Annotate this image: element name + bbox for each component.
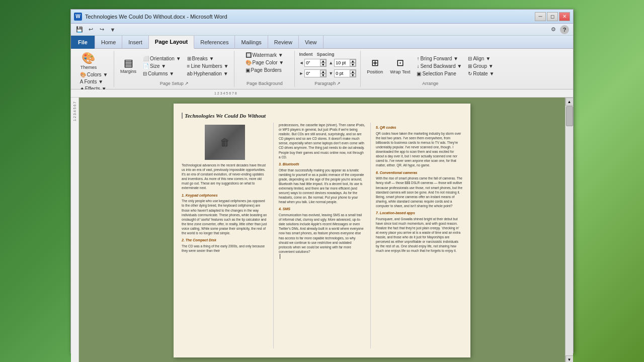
tab-review[interactable]: Review — [268, 36, 299, 49]
page-borders-button[interactable]: ▣ Page Borders — [244, 67, 286, 73]
column-divider-1 — [273, 123, 274, 348]
save-button[interactable]: 💾 — [75, 25, 84, 34]
indent-right-field-row: ► 0" ▲ ▼ — [299, 69, 327, 78]
section6-heading: 6. Conventional cameras — [376, 170, 462, 175]
breaks-button[interactable]: ⊞ Breaks ▼ — [186, 55, 230, 62]
tab-page-layout[interactable]: Page Layout — [149, 36, 194, 49]
paragraph-label[interactable]: Paragraph ↗ — [314, 81, 341, 87]
bring-forward-icon: ↑ — [417, 56, 419, 61]
section7-heading: 7. Location-based apps — [376, 211, 462, 216]
section6-text: With the rise of smart phones came the f… — [376, 176, 462, 208]
scroll-down-button[interactable]: ▼ — [566, 355, 574, 362]
bring-forward-button[interactable]: ↑ Bring Forward ▼ — [415, 55, 463, 62]
customize-qat-button[interactable]: ▼ — [108, 25, 117, 34]
ribbon-tab-bar: File Home Insert Page Layout References … — [71, 36, 573, 49]
position-icon: ⊞ — [371, 57, 379, 68]
group-button[interactable]: ⊞ Group ▼ — [466, 63, 496, 69]
vertical-ruler: 1 2 3 4 5 6 7 — [71, 98, 79, 362]
page-color-button[interactable]: 🎨 Page Color ▼ — [244, 59, 286, 66]
page-background-group: 🔲 Watermark ▼ 🎨 Page Color ▼ ▣ Page Bord… — [234, 51, 295, 87]
horizontal-ruler: 1 2 3 4 5 6 7 8 — [71, 89, 573, 98]
tab-home[interactable]: Home — [95, 36, 122, 49]
colors-button[interactable]: 🎨 Colors ▼ — [78, 71, 110, 78]
spacing-label: Spacing — [316, 52, 334, 57]
spacing-before-input[interactable]: 10 pt ▲ ▼ — [334, 59, 356, 67]
fonts-button[interactable]: A Fonts ▼ — [78, 78, 110, 85]
scroll-up-button[interactable]: ▲ — [566, 98, 574, 106]
section2-heading: 2. The Compact Disk — [182, 238, 268, 243]
section1-heading: 1. Keypad cellphones — [182, 193, 268, 198]
spacing-before-down-spin[interactable]: ▼ — [350, 63, 356, 66]
tab-file[interactable]: File — [71, 36, 95, 49]
undo-button[interactable]: ↩ — [86, 25, 95, 34]
breaks-icon: ⊞ — [187, 56, 191, 61]
page-setup-label[interactable]: Page Setup ↗ — [160, 81, 189, 87]
line-numbers-button[interactable]: ≡ Line Numbers ▼ — [186, 63, 230, 69]
hyphenation-button[interactable]: ab Hyphenation ▼ — [186, 70, 230, 77]
document-canvas[interactable]: Technologies We Could Do Without 🗑 Techn… — [79, 98, 565, 362]
page-setup-group: ▤ Margins ⬜ Orientation ▼ 📄 Size ▼ — [114, 51, 234, 87]
spacing-after-down-spin[interactable]: ▼ — [350, 73, 356, 77]
ribbon-content: 🎨 Themes 🎨 Colors ▼ A Fonts ▼ — [71, 49, 573, 89]
document-scroll-area: 1 2 3 4 5 6 7 Technologies We Could Do W… — [71, 98, 573, 362]
options-button[interactable]: ⚙ — [549, 25, 558, 34]
tab-insert[interactable]: Insert — [122, 36, 149, 49]
section2-text: The CD was a thing of the early 2000s, a… — [182, 244, 268, 253]
rotate-icon: ↻ — [468, 71, 472, 76]
selection-pane-icon: ▣ — [417, 71, 421, 76]
help-button[interactable]: ? — [560, 25, 569, 34]
wrap-text-button[interactable]: ⊡ Wrap Text — [388, 56, 412, 75]
columns-icon: ⊟ — [143, 71, 147, 76]
section4-text: Communication has evolved, leaving SMS a… — [279, 213, 365, 254]
scroll-track — [566, 106, 573, 355]
group-icon: ⊞ — [468, 63, 472, 69]
rotate-button[interactable]: ↻ Rotate ▼ — [466, 70, 496, 77]
restore-button[interactable]: ◻ — [547, 12, 558, 21]
section5-text: QR codes have taken the marketing indust… — [376, 131, 462, 168]
themes-button[interactable]: 🎨 Themes — [78, 52, 99, 71]
columns-button[interactable]: ⊟ Columns ▼ — [141, 70, 183, 77]
watermark-button[interactable]: 🔲 Watermark ▼ — [244, 52, 286, 58]
minimize-button[interactable]: ─ — [535, 12, 546, 21]
indent-right-label: ► — [299, 71, 303, 76]
selection-pane-button[interactable]: ▣ Selection Pane — [415, 70, 463, 77]
indent-right-down-spin[interactable]: ▼ — [320, 73, 326, 77]
indent-left-up-spin[interactable]: ▲ — [320, 59, 326, 63]
margins-button[interactable]: ▤ Margins — [118, 57, 138, 75]
spacing-before-up-spin[interactable]: ▲ — [350, 59, 356, 63]
tab-mailings[interactable]: Mailings — [235, 36, 268, 49]
spacing-after-input[interactable]: 0 pt ▲ ▼ — [334, 69, 356, 77]
indent-left-field-row: ◄ 0" ▲ ▼ — [299, 58, 327, 67]
document-title: Technologies We Could Do Without — [182, 113, 462, 119]
page-borders-icon: ▣ — [246, 67, 250, 73]
vertical-scrollbar[interactable]: ▲ ▼ — [565, 98, 573, 362]
redo-button[interactable]: ↪ — [97, 25, 106, 34]
tab-view[interactable]: View — [299, 36, 324, 49]
quick-access-toolbar: 💾 ↩ ↪ ▼ ⚙ ? — [71, 24, 573, 36]
window-controls: ─ ◻ ✕ — [535, 12, 570, 21]
indent-right-input[interactable]: 0" ▲ ▼ — [304, 69, 327, 77]
indent-left-down-spin[interactable]: ▼ — [320, 63, 326, 66]
indent-left-input[interactable]: 0" ▲ ▼ — [304, 59, 327, 67]
section7-text: Foursquare, and Gowalla shined bright at… — [376, 217, 462, 253]
size-button[interactable]: 📄 Size ▼ — [141, 63, 183, 69]
spacing-before-field-row: ▲ 10 pt ▲ ▼ — [329, 58, 356, 67]
section3-text: Other than successfully making you appea… — [279, 168, 365, 205]
align-button[interactable]: ⊟ Align ▼ — [466, 55, 496, 62]
spacing-after-field-row: ▼ 0 pt ▲ ▼ — [329, 69, 356, 78]
position-button[interactable]: ⊞ Position — [365, 56, 385, 75]
spacing-after-up-spin[interactable]: ▲ — [350, 70, 356, 73]
watermark-icon: 🔲 — [246, 52, 252, 58]
application-window: W Technologies We Could Do Without.docx … — [70, 9, 574, 353]
line-numbers-icon: ≡ — [187, 63, 190, 69]
scroll-thumb[interactable] — [566, 106, 573, 126]
send-backward-button[interactable]: ↓ Send Backward ▼ — [415, 63, 463, 69]
tab-references[interactable]: References — [194, 36, 235, 49]
spacing-before-label: ▲ — [329, 60, 333, 65]
indent-right-up-spin[interactable]: ▲ — [320, 70, 326, 73]
indent-label: Indent — [299, 52, 312, 57]
section4-heading: 4. SMS — [279, 207, 365, 212]
close-button[interactable]: ✕ — [559, 12, 570, 21]
margins-icon: ▤ — [124, 58, 133, 68]
orientation-button[interactable]: ⬜ Orientation ▼ — [141, 55, 183, 62]
